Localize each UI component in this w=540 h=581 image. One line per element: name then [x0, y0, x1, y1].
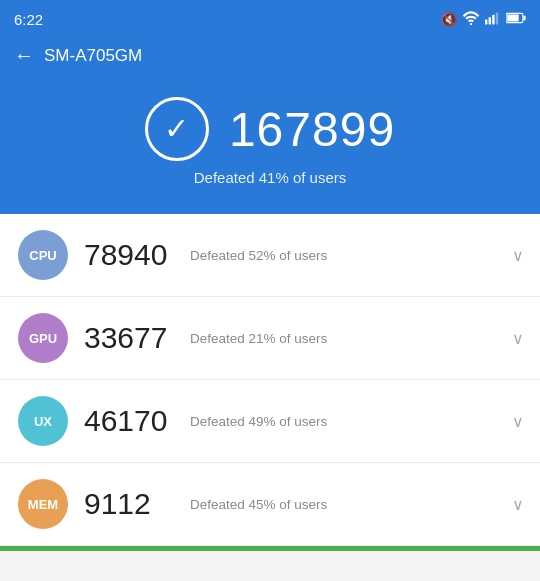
hero-score-row: ✓ 167899	[145, 97, 395, 161]
gpu-defeated: Defeated 21% of users	[190, 331, 496, 346]
mem-defeated: Defeated 45% of users	[190, 497, 496, 512]
score-item-cpu[interactable]: CPU 78940 Defeated 52% of users ∨	[0, 214, 540, 297]
status-time: 6:22	[14, 11, 43, 28]
gpu-chevron-icon: ∨	[512, 329, 524, 348]
back-button[interactable]: ←	[14, 44, 34, 67]
status-bar: 6:22 🔇	[0, 0, 540, 36]
mem-chevron-icon: ∨	[512, 495, 524, 514]
scores-list: CPU 78940 Defeated 52% of users ∨ GPU 33…	[0, 214, 540, 546]
check-circle: ✓	[145, 97, 209, 161]
svg-rect-2	[489, 17, 491, 24]
svg-rect-6	[507, 14, 519, 21]
mute-icon: 🔇	[441, 12, 457, 27]
svg-rect-4	[496, 12, 498, 24]
cpu-icon: CPU	[18, 230, 68, 280]
ux-chevron-icon: ∨	[512, 412, 524, 431]
svg-rect-7	[523, 15, 525, 20]
cpu-chevron-icon: ∨	[512, 246, 524, 265]
bottom-bar	[0, 546, 540, 551]
status-icons: 🔇	[441, 11, 526, 28]
score-item-ux[interactable]: UX 46170 Defeated 49% of users ∨	[0, 380, 540, 463]
ux-value: 46170	[84, 404, 174, 438]
mem-value: 9112	[84, 487, 174, 521]
device-name: SM-A705GM	[44, 46, 142, 66]
check-icon: ✓	[164, 114, 189, 144]
cpu-defeated: Defeated 52% of users	[190, 248, 496, 263]
score-item-gpu[interactable]: GPU 33677 Defeated 21% of users ∨	[0, 297, 540, 380]
svg-rect-1	[485, 19, 487, 24]
score-item-mem[interactable]: MEM 9112 Defeated 45% of users ∨	[0, 463, 540, 546]
ux-defeated: Defeated 49% of users	[190, 414, 496, 429]
top-bar: ← SM-A705GM	[0, 36, 540, 79]
hero-defeated-text: Defeated 41% of users	[194, 169, 347, 186]
hero-section: ✓ 167899 Defeated 41% of users	[0, 79, 540, 214]
svg-point-0	[470, 22, 472, 24]
cpu-value: 78940	[84, 238, 174, 272]
signal-icon	[485, 11, 501, 28]
gpu-value: 33677	[84, 321, 174, 355]
ux-icon: UX	[18, 396, 68, 446]
wifi-icon	[462, 11, 480, 28]
total-score: 167899	[229, 102, 395, 157]
svg-rect-3	[492, 14, 494, 24]
gpu-icon: GPU	[18, 313, 68, 363]
battery-icon	[506, 12, 526, 27]
mem-icon: MEM	[18, 479, 68, 529]
